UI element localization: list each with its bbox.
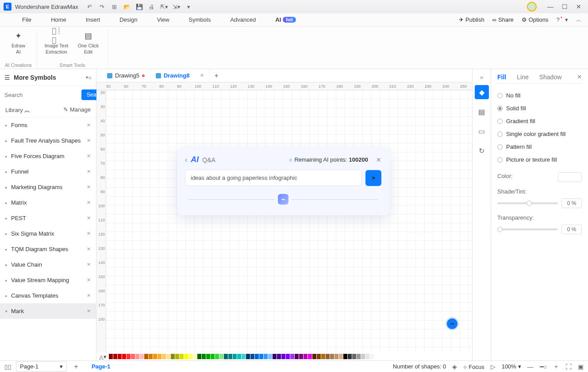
color-swatch[interactable] [215,354,219,359]
color-swatch[interactable] [326,354,330,359]
minimize-button[interactable]: — [545,1,556,12]
remove-category-icon[interactable]: ✕ [87,262,91,267]
layers-icon[interactable]: ◈ [452,363,457,370]
color-swatch[interactable] [286,354,290,359]
color-swatch[interactable] [131,354,135,359]
shape-category[interactable]: ▸Forms✕ [0,117,96,133]
color-swatch[interactable] [193,354,197,359]
collapse-ribbon-icon[interactable]: ︿ [576,16,582,24]
color-swatch[interactable] [343,354,347,359]
color-swatch[interactable] [140,354,144,359]
menu-insert[interactable]: Insert [76,13,110,26]
color-swatch[interactable] [237,354,241,359]
shape-category[interactable]: ▾Mark✕ [0,303,96,319]
color-swatch[interactable] [127,354,131,359]
remove-category-icon[interactable]: ✕ [87,308,91,314]
color-swatch[interactable] [219,354,223,359]
color-swatch[interactable] [304,354,307,359]
remove-category-icon[interactable]: ✕ [87,138,91,143]
remove-category-icon[interactable]: ✕ [87,231,91,236]
color-swatch[interactable] [374,354,378,359]
redo-icon[interactable]: ↷ [99,3,106,10]
color-swatch[interactable] [321,354,325,359]
color-swatch[interactable] [365,354,369,359]
color-swatch[interactable] [180,354,184,359]
shape-category[interactable]: ▸Fault Tree Analysis Shapes✕ [0,133,96,148]
publish-button[interactable]: ✈Publish [459,16,484,23]
add-page-button[interactable]: + [71,362,81,372]
color-swatch[interactable] [118,354,122,359]
fill-option[interactable]: Single color gradient fill [497,128,582,140]
fill-option[interactable]: No fill [497,89,582,102]
presentation-tool-icon[interactable]: ▭ [475,124,489,138]
new-icon[interactable]: ⊞ [111,3,118,10]
close-tab-icon[interactable]: ✕ [200,73,204,78]
ai-prompt-input[interactable]: ideas about a going paperless infographi… [185,170,362,186]
color-swatch[interactable] [312,354,316,359]
remove-category-icon[interactable]: ✕ [87,169,91,174]
color-swatch[interactable] [171,354,175,359]
zoom-label[interactable]: 100% ▾ [502,363,521,370]
color-swatch[interactable] [250,354,254,359]
remove-category-icon[interactable]: ✕ [87,246,91,252]
close-dialog-icon[interactable]: ✕ [376,156,381,163]
user-avatar[interactable] [527,2,537,12]
expand-panel-icon[interactable]: » [480,72,483,82]
one-click-edit-button[interactable]: ▤ One Click Edit [75,29,102,55]
tab-shadow[interactable]: Shadow [539,74,562,81]
transparency-value[interactable]: 0 % [561,225,582,234]
color-swatch[interactable] [357,354,361,359]
undo-icon[interactable]: ↶ [86,3,93,10]
zoom-out-icon[interactable]: — [527,363,534,370]
remove-category-icon[interactable]: ✕ [87,200,91,205]
color-swatch[interactable] [281,354,285,359]
color-swatch[interactable] [228,354,232,359]
color-swatch[interactable] [264,354,268,359]
options-button[interactable]: ⚙Options [522,16,549,23]
color-swatch[interactable] [153,354,157,359]
open-icon[interactable]: 📂 [123,3,131,10]
menu-home[interactable]: Home [41,13,76,26]
fullscreen-icon[interactable]: ⛶ [565,363,572,370]
color-swatch[interactable] [211,354,215,359]
color-swatch[interactable] [149,354,153,359]
library-label[interactable]: Library ︽ [5,106,30,114]
tab-fill[interactable]: Fill [497,74,506,81]
color-swatch[interactable] [277,354,281,359]
color-swatch[interactable] [184,354,188,359]
history-tool-icon[interactable]: ↻ [475,143,489,158]
color-swatch[interactable] [175,354,179,359]
fill-option[interactable]: Gradient fill [497,115,582,128]
page-list-icon[interactable]: ▯▯ [4,363,12,370]
tab-line[interactable]: Line [517,74,528,81]
qat-more-icon[interactable]: ▾ [185,3,192,10]
help-button[interactable]: ?●▾ [557,16,568,23]
color-swatch[interactable] [162,354,166,359]
hamburger-icon[interactable]: ☰ [4,74,10,81]
collapse-sidebar-icon[interactable]: « [88,74,92,81]
color-swatch[interactable] [113,354,117,359]
color-swatch[interactable] [308,354,312,359]
shape-category[interactable]: ▸Canvas Templates✕ [0,288,96,303]
remove-category-icon[interactable]: ✕ [87,215,91,221]
color-swatch[interactable] [330,354,334,359]
menu-design[interactable]: Design [110,13,147,26]
color-swatch[interactable] [558,172,582,182]
shape-category[interactable]: ▸Value Stream Mapping✕ [0,272,96,288]
fill-option[interactable]: Solid fill [497,102,582,115]
send-button[interactable]: ➤ [365,170,381,186]
color-swatch[interactable] [197,354,201,359]
color-swatch[interactable] [348,354,352,359]
floating-ai-button[interactable]: •• [446,317,459,330]
color-swatch[interactable] [233,354,237,359]
color-swatch[interactable] [273,354,277,359]
color-swatch[interactable] [122,354,126,359]
print-icon[interactable]: 🖨 [148,3,155,10]
color-swatch[interactable] [242,354,246,359]
color-swatch[interactable] [206,354,210,359]
image-text-extraction-button[interactable]: ⌷⁞⌷ Image Text Extraction [43,29,70,55]
page-tool-icon[interactable]: ▤ [475,105,489,119]
shape-category[interactable]: ▸Matrix✕ [0,195,96,210]
color-swatch[interactable] [166,354,170,359]
color-swatch[interactable] [224,354,228,359]
